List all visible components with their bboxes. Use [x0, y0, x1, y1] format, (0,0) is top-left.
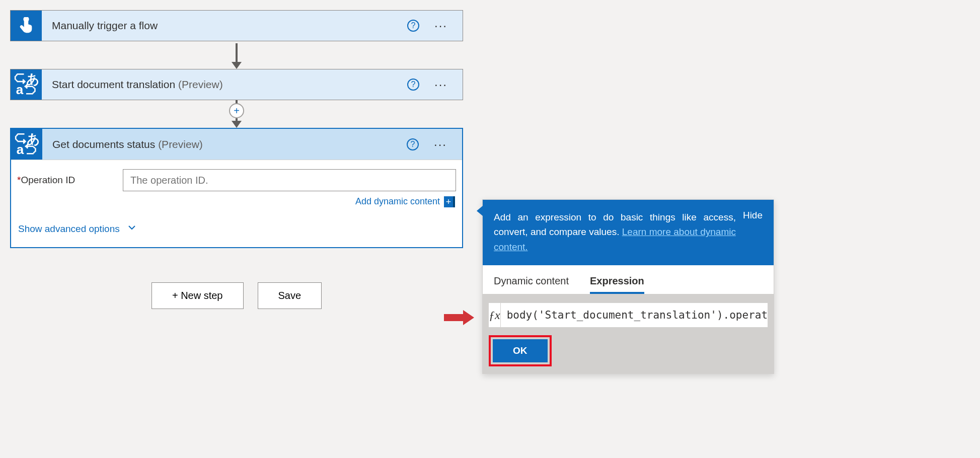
translate-icon: ⮎あa⮌	[11, 69, 42, 100]
expression-input[interactable]: body('Start_document_translation').opera…	[501, 309, 768, 321]
more-icon[interactable]: ···	[434, 19, 447, 33]
trigger-title: Manually trigger a flow	[42, 20, 407, 32]
translate-icon: ⮎あa⮌	[11, 129, 42, 160]
popup-tabs: Dynamic content Expression	[483, 265, 774, 294]
ok-highlight: OK	[489, 335, 552, 366]
step2-title: Get documents status (Preview)	[42, 138, 407, 150]
trigger-card[interactable]: Manually trigger a flow ? ···	[10, 10, 463, 41]
save-button[interactable]: Save	[258, 282, 322, 309]
operation-id-label: *Operation ID	[17, 175, 123, 186]
more-icon[interactable]: ···	[434, 78, 447, 92]
connector-arrow	[10, 41, 463, 69]
help-icon[interactable]: ?	[407, 138, 419, 150]
step1-title: Start document translation (Preview)	[42, 79, 407, 91]
help-icon[interactable]: ?	[407, 79, 419, 91]
add-dynamic-content-link[interactable]: Add dynamic content +	[11, 193, 462, 210]
operation-id-row: *Operation ID	[11, 160, 462, 193]
expression-input-wrap: ƒx body('Start_document_translation').op…	[489, 303, 768, 327]
tab-expression[interactable]: Expression	[590, 275, 644, 294]
svg-marker-1	[444, 310, 474, 325]
ok-button[interactable]: OK	[493, 339, 548, 362]
more-icon[interactable]: ···	[434, 137, 447, 151]
plus-icon: +	[444, 196, 455, 207]
expression-popup: Add an expression to do basic things lik…	[482, 199, 774, 374]
operation-id-input[interactable]	[123, 169, 456, 191]
step2-header[interactable]: ⮎あa⮌ Get documents status (Preview) ? ··…	[11, 129, 462, 160]
chevron-down-icon	[127, 222, 137, 235]
help-icon[interactable]: ?	[407, 20, 419, 32]
touch-icon	[11, 11, 42, 41]
hide-button[interactable]: Hide	[743, 210, 763, 254]
add-step-connector[interactable]: +	[10, 100, 463, 128]
step-get-documents-status: ⮎あa⮌ Get documents status (Preview) ? ··…	[10, 128, 463, 248]
tab-dynamic-content[interactable]: Dynamic content	[494, 275, 569, 294]
callout-arrow-icon	[444, 310, 474, 325]
popup-header: Add an expression to do basic things lik…	[483, 200, 774, 265]
show-advanced-options[interactable]: Show advanced options	[11, 210, 462, 247]
fx-icon: ƒx	[489, 303, 501, 327]
step-start-translation[interactable]: ⮎あa⮌ Start document translation (Preview…	[10, 69, 463, 100]
bottom-actions: + New step Save	[10, 282, 463, 309]
plus-icon[interactable]: +	[229, 103, 244, 118]
new-step-button[interactable]: + New step	[152, 282, 244, 309]
